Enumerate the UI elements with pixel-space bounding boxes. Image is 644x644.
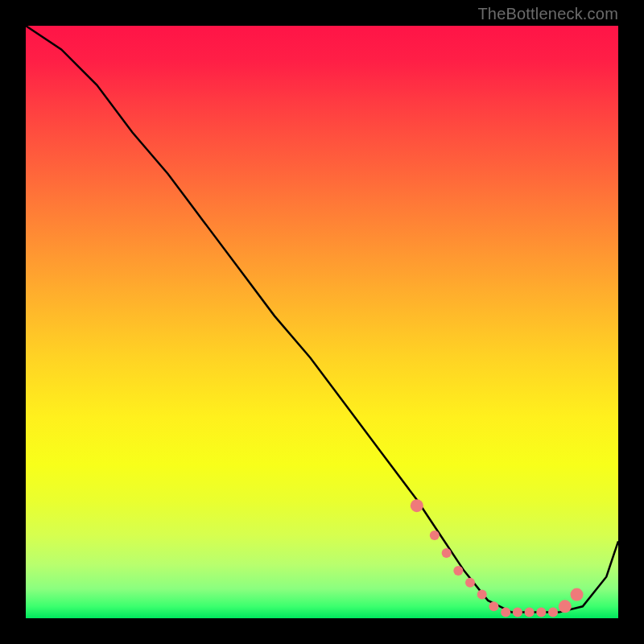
marker-dot bbox=[571, 588, 584, 601]
marker-dot bbox=[442, 548, 452, 558]
marker-dot bbox=[548, 608, 558, 617]
marker-dot bbox=[411, 499, 423, 512]
marker-dot bbox=[525, 608, 535, 617]
chart-svg bbox=[26, 26, 618, 618]
marker-dot bbox=[559, 600, 572, 613]
marker-dot bbox=[430, 530, 440, 540]
marker-dot bbox=[489, 601, 498, 611]
bottleneck-curve-line bbox=[26, 26, 618, 613]
marker-dot bbox=[513, 608, 522, 617]
chart-plot-area bbox=[26, 26, 618, 618]
watermark-text: TheBottleneck.com bbox=[477, 5, 618, 23]
marker-dot bbox=[501, 608, 510, 617]
optimal-region-markers bbox=[411, 499, 584, 617]
marker-dot bbox=[453, 566, 463, 576]
marker-dot bbox=[465, 578, 475, 588]
marker-dot bbox=[536, 608, 546, 617]
marker-dot bbox=[477, 590, 487, 600]
chart-stage: TheBottleneck.com bbox=[0, 0, 644, 644]
